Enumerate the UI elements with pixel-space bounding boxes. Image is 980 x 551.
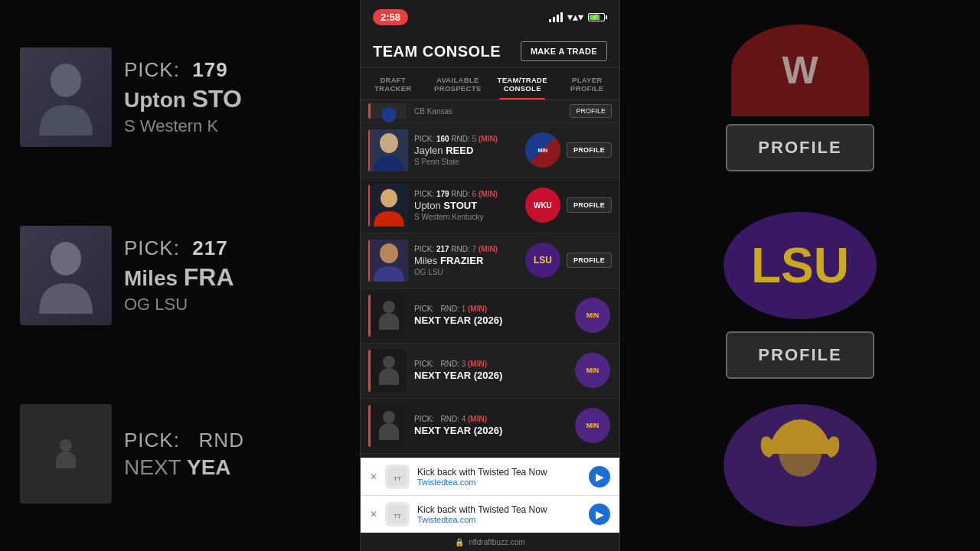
pick-row-future-3: PICK: RND: 3 (MIN) NEXT YEAR (2026) MIN (361, 344, 619, 399)
player-avatar-reed (368, 129, 407, 171)
pick-info-160: PICK: 160 RND: 5 (MIN) Jaylen REED S Pen… (414, 135, 519, 166)
partial-profile-button[interactable]: PROFILE (570, 104, 612, 118)
status-time: 2:58 (373, 9, 408, 25)
make-trade-button[interactable]: MAKE A TRADE (521, 41, 607, 61)
svg-point-1 (51, 242, 81, 276)
pick-header-future-1: PICK: RND: 1 (MIN) (414, 305, 569, 313)
left-item-2: PICK: 217 Miles FRA OG LSU (8, 220, 352, 331)
ad-arrow-1[interactable]: ▶ (589, 466, 610, 487)
pick-row-179: PICK: 179 RND: 6 (MIN) Upton STOUT S Wes… (361, 178, 619, 233)
tab-available-prospects[interactable]: AVAILABLEPROSPECTS (426, 68, 491, 99)
svg-point-13 (779, 428, 822, 477)
tab-draft-tracker[interactable]: DRAFTTRACKER (361, 68, 426, 99)
tab-team-trade-console[interactable]: TEAM/TRADECONSOLE (490, 68, 555, 99)
right-section-bottom (724, 404, 877, 527)
ad-arrow-2[interactable]: ▶ (589, 504, 610, 525)
left-item-3: PICK: RND NEXT YEA (8, 398, 352, 510)
left-panel: PICK: 179 Upton STO S Western K PICK: 21… (0, 0, 360, 551)
signal-bar-3 (557, 15, 559, 22)
left-avatar-1 (20, 47, 112, 147)
next-year-text-4: NEXT YEAR (2026) (414, 425, 569, 436)
player-avatar-future-1 (368, 295, 407, 337)
player-avatar-future-3 (368, 350, 407, 392)
left-item-1: PICK: 179 Upton STO S Western K (8, 41, 352, 153)
status-icons: ▾▴▾ ⚡ (549, 11, 607, 23)
wifi-icon: ▾▴▾ (567, 11, 583, 23)
battery-icon: ⚡ (588, 13, 607, 21)
left-text-1: PICK: 179 Upton STO S Western K (124, 58, 242, 136)
signal-icon (549, 11, 563, 22)
player-avatar-frazier (368, 240, 407, 282)
player-avatar-future-4 (368, 405, 407, 447)
left-text-3: PICK: RND NEXT YEA (124, 429, 244, 480)
team-logo-min-future-3: MIN (573, 350, 612, 392)
left-blur-overlay: PICK: 179 Upton STO S Western K PICK: 21… (0, 0, 360, 551)
ad-banner-2[interactable]: ✕ TT Kick back with Twisted Tea Now Twis… (361, 495, 619, 533)
profile-button-frazier[interactable]: PROFILE (567, 253, 612, 268)
min-viking-logo-1: MIN (575, 298, 610, 333)
lsu-logo: LSU (525, 243, 560, 278)
pick-info-future-3: PICK: RND: 3 (MIN) NEXT YEAR (2026) (414, 360, 569, 381)
left-avatar-2 (20, 226, 112, 325)
tab-player-profile-label: PLAYERPROFILE (558, 76, 617, 93)
ad-main-text-2: Kick back with Twisted Tea Now (417, 504, 581, 515)
ad-logo-2: TT (385, 502, 410, 527)
pick-info-future-1: PICK: RND: 1 (MIN) NEXT YEAR (2026) (414, 305, 569, 326)
team-logo-min-future-1: MIN (573, 295, 612, 337)
left-avatar-3 (20, 404, 112, 504)
team-logo-min-future-4: MIN (573, 405, 612, 447)
right-profile-button-top[interactable]: PROFILE (726, 124, 874, 171)
url-text: nfldraftbuzz.com (469, 538, 524, 546)
pick-info-179: PICK: 179 RND: 6 (MIN) Upton STOUT S Wes… (414, 190, 519, 221)
pick-header-future-4: PICK: RND: 4 (MIN) (414, 415, 569, 423)
signal-bar-1 (549, 19, 551, 22)
player-pos-reed: S Penn State (414, 158, 519, 166)
left-pick-label-3: PICK: RND (124, 429, 244, 452)
pick-row-future-4: PICK: RND: 4 (MIN) NEXT YEAR (2026) MIN (361, 399, 619, 454)
partial-logo (368, 103, 407, 119)
tab-available-prospects-label: AVAILABLEPROSPECTS (429, 76, 488, 93)
profile-button-reed[interactable]: PROFILE (567, 142, 612, 158)
left-text-2: PICK: 217 Miles FRA OG LSU (124, 236, 234, 315)
right-blur-overlay: W PROFILE LSU PROFILE (620, 0, 980, 551)
profile-button-stout[interactable]: PROFILE (567, 197, 612, 213)
next-year-text-3: NEXT YEAR (2026) (414, 370, 569, 381)
player-avatar-stout (368, 184, 407, 227)
tab-player-profile[interactable]: PLAYERPROFILE (555, 68, 620, 99)
right-profile-button-mid[interactable]: PROFILE (726, 331, 874, 379)
pick-header-future-3: PICK: RND: 3 (MIN) (414, 360, 569, 368)
left-pick-label-1: PICK: 179 (124, 58, 242, 82)
svg-point-7 (380, 243, 398, 263)
tab-bar: DRAFTTRACKER AVAILABLEPROSPECTS TEAM/TRA… (361, 68, 619, 100)
ad-banner-1[interactable]: ✕ TT Kick back with Twisted Tea Now Twis… (361, 458, 619, 495)
right-vikings-logo (724, 404, 877, 527)
signal-bar-2 (553, 17, 555, 22)
center-panel: 2:58 ▾▴▾ ⚡ TEAM CONSOLE MAKE A TRADE (360, 0, 620, 551)
pick-header-160: PICK: 160 RND: 5 (MIN) (414, 135, 519, 143)
tab-draft-tracker-label: DRAFTTRACKER (364, 76, 423, 93)
left-pos-2: OG LSU (124, 295, 234, 315)
player-name-stout: Upton STOUT (414, 200, 519, 212)
min-viking-logo-4: MIN (575, 408, 610, 443)
ad-main-text-1: Kick back with Twisted Tea Now (417, 467, 581, 478)
left-pos-1: S Western K (124, 116, 242, 136)
pick-row-217: PICK: 217 RND: 7 (MIN) Miles FRAZIER OG … (361, 233, 619, 289)
pick-row-160: PICK: 160 RND: 5 (MIN) Jaylen REED S Pen… (361, 123, 619, 178)
ad-close-2[interactable]: ✕ (370, 509, 377, 520)
pick-info-future-4: PICK: RND: 4 (MIN) NEXT YEAR (2026) (414, 415, 569, 436)
player-name-reed: Jaylen REED (414, 145, 519, 157)
left-name-2: Miles FRA (124, 263, 234, 292)
left-name-1: Upton STO (124, 85, 242, 113)
team-logo-lsu: LSU (524, 240, 562, 282)
ad-url-1[interactable]: Twistedtea.com (417, 478, 581, 487)
ad-url-2[interactable]: Twistedtea.com (417, 515, 581, 524)
team-logo-min-1: MIN (524, 129, 562, 171)
svg-text:TT: TT (394, 475, 401, 482)
player-name-frazier: Miles FRAZIER (414, 255, 519, 267)
right-lsu-logo: LSU (724, 212, 877, 319)
pick-row-future-1: PICK: RND: 1 (MIN) NEXT YEAR (2026) MIN (361, 289, 619, 344)
ad-close-1[interactable]: ✕ (370, 471, 377, 482)
app-title: TEAM CONSOLE (373, 43, 501, 60)
ad-text-2: Kick back with Twisted Tea Now Twistedte… (417, 504, 581, 524)
lock-icon: 🔒 (455, 538, 464, 546)
